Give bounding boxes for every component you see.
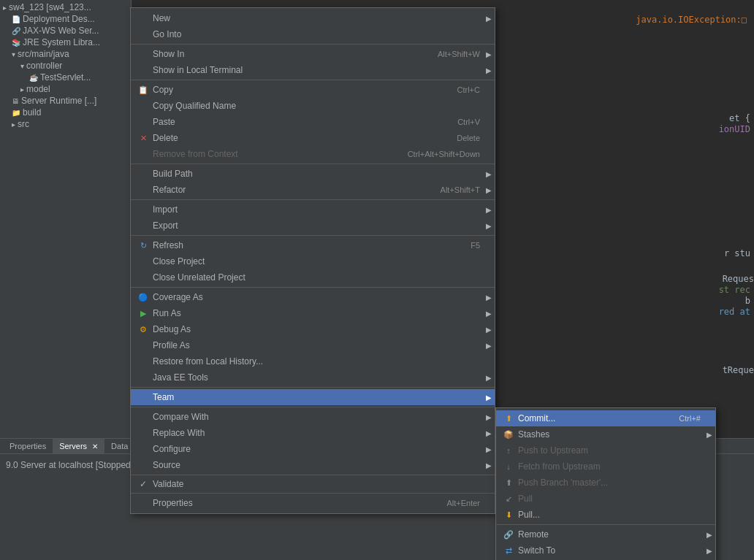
remove-context-icon xyxy=(137,148,150,160)
separator-2 xyxy=(131,80,495,80)
copy-qualified-icon xyxy=(137,100,150,112)
code-snippet-3: ionUID xyxy=(719,124,750,134)
coverage-icon: 🔵 xyxy=(137,291,150,303)
menu-item-properties[interactable]: Properties Alt+Enter xyxy=(131,495,495,511)
arrow-icon: ▶ xyxy=(486,294,492,302)
arrow-icon: ▶ xyxy=(486,326,492,334)
arrow-icon: ▶ xyxy=(486,66,492,74)
menu-item-paste[interactable]: Paste Ctrl+V xyxy=(131,114,495,130)
tab-properties[interactable]: Properties xyxy=(3,439,53,453)
tree-item-label: build xyxy=(23,107,41,118)
controller-icon: ▾ xyxy=(20,62,24,70)
menu-item-run-as[interactable]: ▶ Run As ▶ xyxy=(131,305,495,321)
folder-icon: ▸ xyxy=(3,4,7,12)
submenu-item-push-upstream[interactable]: ↑ Push to Upstream xyxy=(496,442,715,459)
run-icon: ▶ xyxy=(137,307,150,319)
arrow-icon: ▶ xyxy=(707,547,712,555)
menu-item-export[interactable]: Export ▶ xyxy=(131,218,495,234)
compare-icon xyxy=(137,411,150,423)
menu-item-delete[interactable]: ✕ Delete Delete xyxy=(131,130,495,146)
menu-item-validate[interactable]: ✓ Validate xyxy=(131,477,495,491)
separator-6 xyxy=(131,287,495,288)
tree-item-srcmain[interactable]: ▾ src/main/java xyxy=(0,48,131,60)
menu-item-profile-as[interactable]: Profile As ▶ xyxy=(131,337,495,353)
submenu-item-commit[interactable]: ⬆ Commit... Ctrl+# xyxy=(496,410,715,426)
tree-item-label: controller xyxy=(26,61,62,71)
export-icon xyxy=(137,220,150,231)
tree-item-controller[interactable]: ▾ controller xyxy=(0,60,131,72)
team-submenu: ⬆ Commit... Ctrl+# 📦 Stashes ▶ ↑ Push to… xyxy=(495,407,716,560)
submenu-item-pull-dots[interactable]: ⬇ Pull... xyxy=(496,507,715,523)
tree-item-deployment[interactable]: 📄 Deployment Des... xyxy=(0,13,131,25)
menu-item-configure[interactable]: Configure ▶ xyxy=(131,441,495,457)
tree-item-label: sw4_123 [sw4_123... xyxy=(9,2,91,12)
menu-item-go-into[interactable]: Go Into xyxy=(131,26,495,42)
profile-icon xyxy=(137,340,150,351)
git-remote-icon: 🔗 xyxy=(502,529,515,540)
delete-icon: ✕ xyxy=(137,132,150,144)
close-tab-icon[interactable]: ✕ xyxy=(92,442,98,450)
submenu-item-remote[interactable]: 🔗 Remote ▶ xyxy=(496,526,715,542)
arrow-icon: ▶ xyxy=(486,310,492,318)
srcfolder-icon: ▾ xyxy=(12,50,15,58)
source-icon xyxy=(137,459,150,471)
tree-item-jre[interactable]: 📚 JRE System Libra... xyxy=(0,37,131,48)
import-icon xyxy=(137,204,150,215)
tree-item-label: Server Runtime [...] xyxy=(21,96,96,106)
code-snippet-7: b xyxy=(745,296,750,306)
arrow-icon: ▶ xyxy=(486,170,492,178)
submenu-item-fetch-upstream[interactable]: ↓ Fetch from Upstream xyxy=(496,459,715,475)
tree-item-server-runtime[interactable]: 🖥 Server Runtime [...] xyxy=(0,95,131,107)
menu-item-refactor[interactable]: Refactor Alt+Shift+T ▶ xyxy=(131,182,495,198)
menu-item-source[interactable]: Source ▶ xyxy=(131,457,495,473)
tree-item-jaxws[interactable]: 🔗 JAX-WS Web Ser... xyxy=(0,25,131,37)
tree-item-testservlet[interactable]: ☕ TestServlet... xyxy=(0,72,131,83)
separator-8 xyxy=(131,407,495,407)
arrow-icon: ▶ xyxy=(486,222,492,230)
submenu-item-push-branch[interactable]: ⬆ Push Branch 'master'... xyxy=(496,475,715,491)
menu-item-new[interactable]: New ▶ xyxy=(131,10,495,26)
project-tree: ▸ sw4_123 [sw4_123... 📄 Deployment Des..… xyxy=(0,0,132,438)
refactor-icon xyxy=(137,184,150,196)
menu-item-refresh[interactable]: ↻ Refresh F5 xyxy=(131,237,495,253)
tree-item-build[interactable]: 📁 build xyxy=(0,107,131,118)
menu-item-close-project[interactable]: Close Project xyxy=(131,253,495,269)
arrow-icon: ▶ xyxy=(486,429,492,437)
menu-item-replace-with[interactable]: Replace With ▶ xyxy=(131,425,495,441)
tree-item-label: TestServlet... xyxy=(40,72,91,83)
menu-item-show-in[interactable]: Show In Alt+Shift+W ▶ xyxy=(131,46,495,62)
tab-servers[interactable]: Servers ✕ xyxy=(53,439,104,453)
refresh-icon: ↻ xyxy=(137,239,150,251)
submenu-item-switch-to[interactable]: ⇄ Switch To ▶ xyxy=(496,542,715,559)
git-pull2-icon: ⬇ xyxy=(502,509,515,521)
arrow-icon: ▶ xyxy=(707,431,712,439)
jaxws-icon: 🔗 xyxy=(12,27,20,35)
configure-icon xyxy=(137,443,150,455)
menu-item-compare-with[interactable]: Compare With ▶ xyxy=(131,409,495,425)
tree-item-model[interactable]: ▸ model xyxy=(0,83,131,95)
menu-item-remove-context[interactable]: Remove from Context Ctrl+Alt+Shift+Down xyxy=(131,146,495,162)
menu-item-coverage-as[interactable]: 🔵 Coverage As ▶ xyxy=(131,289,495,305)
menu-item-copy-qualified[interactable]: Copy Qualified Name xyxy=(131,98,495,114)
arrow-icon: ▶ xyxy=(707,531,712,539)
tree-item-src[interactable]: ▸ src xyxy=(0,118,131,130)
menu-item-close-unrelated[interactable]: Close Unrelated Project xyxy=(131,269,495,285)
go-into-icon xyxy=(137,28,150,40)
menu-item-copy[interactable]: 📋 Copy Ctrl+C xyxy=(131,82,495,98)
submenu-item-stashes[interactable]: 📦 Stashes ▶ xyxy=(496,426,715,442)
submenu-item-pull[interactable]: ↙ Pull xyxy=(496,491,715,507)
debug-icon: ⚙ xyxy=(137,323,150,335)
menu-item-debug-as[interactable]: ⚙ Debug As ▶ xyxy=(131,321,495,337)
menu-item-show-terminal[interactable]: Show in Local Terminal ▶ xyxy=(131,62,495,78)
arrow-icon: ▶ xyxy=(486,413,492,421)
menu-item-java-ee-tools[interactable]: Java EE Tools ▶ xyxy=(131,369,495,386)
menu-item-team[interactable]: Team ▶ xyxy=(131,389,495,405)
menu-item-import[interactable]: Import ▶ xyxy=(131,202,495,218)
code-snippet-5: Reques xyxy=(723,274,754,284)
git-push-icon: ↑ xyxy=(502,445,515,456)
menu-item-build-path[interactable]: Build Path ▶ xyxy=(131,166,495,182)
menu-item-restore-history[interactable]: Restore from Local History... xyxy=(131,353,495,369)
git-switch-icon: ⇄ xyxy=(502,545,515,556)
arrow-icon: ▶ xyxy=(486,394,492,402)
tree-item-root[interactable]: ▸ sw4_123 [sw4_123... xyxy=(0,1,131,13)
